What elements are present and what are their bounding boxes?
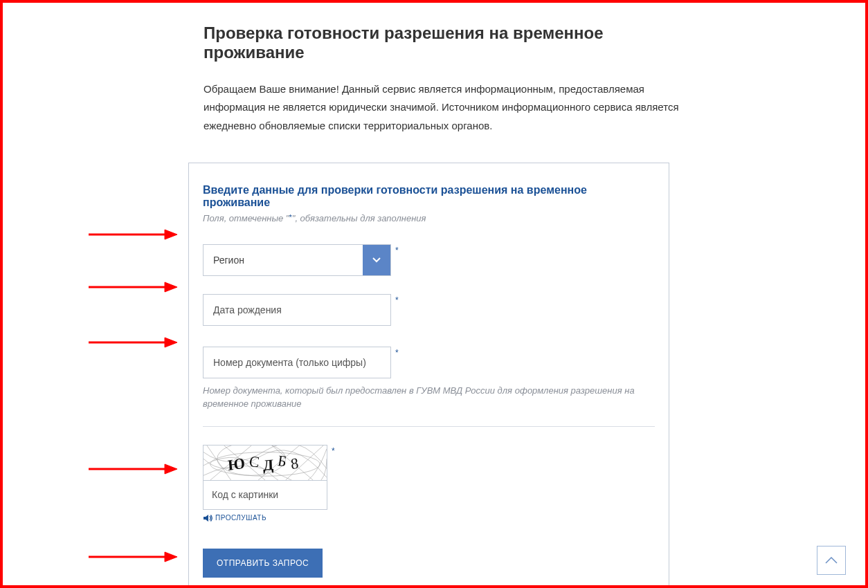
dob-field-row: * [203, 294, 655, 326]
submit-button[interactable]: ОТПРАВИТЬ ЗАПРОС [203, 549, 323, 578]
doc-field[interactable] [203, 347, 391, 378]
svg-marker-3 [165, 282, 177, 292]
required-note-text: ", обязательны для заполнения [292, 213, 426, 223]
required-note: Поля, отмеченные "*", обязательны для за… [203, 213, 655, 223]
form-title: Введите данные для проверки готовности р… [203, 184, 655, 209]
pointer-arrow [87, 335, 177, 350]
pointer-arrow [87, 549, 177, 564]
required-asterisk: * [395, 246, 399, 255]
page-title: Проверка готовности разрешения на времен… [204, 24, 688, 62]
captcha-input[interactable] [203, 481, 327, 510]
pointer-arrow [87, 279, 177, 295]
captcha-image: ЮСДБ8 [203, 445, 327, 481]
required-asterisk: * [395, 295, 399, 305]
pointer-arrow [87, 227, 177, 242]
svg-marker-5 [165, 338, 177, 347]
svg-marker-7 [165, 464, 177, 474]
form-card: Введите данные для проверки готовности р… [188, 163, 669, 588]
required-asterisk: * [332, 446, 335, 456]
separator [203, 426, 655, 427]
required-asterisk: * [395, 348, 399, 358]
captcha-text: ЮСДБ8 [203, 445, 327, 480]
doc-input[interactable] [204, 347, 390, 378]
dob-input[interactable] [204, 295, 390, 325]
scroll-top-button[interactable] [817, 546, 846, 575]
intro-text: Обращаем Ваше внимание! Данный сервис яв… [204, 80, 688, 135]
chevron-up-icon [825, 557, 838, 564]
doc-hint: Номер документа, который был предоставле… [203, 384, 655, 411]
dob-field[interactable] [203, 294, 391, 326]
region-field-row: Регион * [203, 244, 655, 276]
captcha-block: ЮСДБ8 * ПРОСЛУШАТЬ [203, 445, 655, 525]
listen-label: ПРОСЛУШАТЬ [215, 514, 266, 522]
captcha-listen-link[interactable]: ПРОСЛУШАТЬ [203, 514, 266, 522]
pointer-arrow [87, 461, 177, 477]
svg-marker-1 [165, 230, 177, 239]
speaker-icon [203, 514, 213, 522]
region-placeholder: Регион [204, 255, 363, 266]
svg-marker-9 [165, 552, 177, 562]
doc-field-row: * [203, 347, 655, 378]
required-note-text: Поля, отмеченные " [203, 213, 289, 223]
screenshot-frame: Проверка готовности разрешения на времен… [0, 0, 868, 588]
chevron-down-icon [372, 257, 381, 263]
region-select[interactable]: Регион [203, 244, 391, 276]
select-toggle[interactable] [363, 245, 390, 275]
